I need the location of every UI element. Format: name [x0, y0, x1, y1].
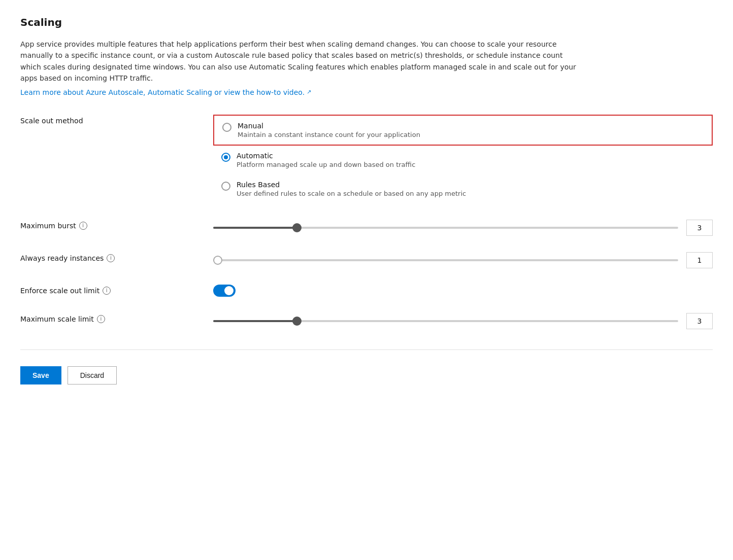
maximum-scale-limit-slider-fill: [213, 320, 297, 322]
learn-more-link[interactable]: Learn more about Azure Autoscale, Automa…: [20, 88, 311, 96]
always-ready-instances-value[interactable]: 1: [686, 252, 713, 268]
always-ready-instances-label: Always ready instances i: [20, 252, 213, 262]
discard-button[interactable]: Discard: [68, 366, 117, 384]
page-description: App service provides multiple features t…: [20, 39, 579, 84]
radio-option-automatic[interactable]: Automatic Platform managed scale up and …: [213, 146, 713, 174]
maximum-scale-limit-info-icon[interactable]: i: [97, 315, 105, 323]
save-button[interactable]: Save: [20, 366, 61, 384]
maximum-scale-limit-control: 3: [213, 313, 713, 329]
maximum-burst-info-icon[interactable]: i: [79, 222, 87, 230]
radio-text-rules-based: Rules Based User defined rules to scale …: [237, 181, 466, 197]
maximum-scale-limit-row: Maximum scale limit i 3: [20, 313, 713, 329]
maximum-burst-slider-track[interactable]: [213, 227, 678, 229]
maximum-scale-limit-label: Maximum scale limit i: [20, 313, 213, 323]
radio-group: Manual Maintain a constant instance coun…: [213, 115, 713, 203]
maximum-burst-label: Maximum burst i: [20, 220, 213, 230]
enforce-scale-out-limit-control: [213, 285, 713, 297]
enforce-scale-out-limit-label: Enforce scale out limit i: [20, 285, 213, 295]
always-ready-instances-info-icon[interactable]: i: [107, 254, 115, 262]
radio-text-manual: Manual Maintain a constant instance coun…: [238, 122, 420, 138]
learn-more-text: Learn more about Azure Autoscale, Automa…: [20, 88, 305, 96]
radio-desc-rules-based: User defined rules to scale on a schedul…: [237, 190, 466, 197]
radio-desc-automatic: Platform managed scale up and down based…: [237, 161, 415, 168]
enforce-scale-out-limit-toggle[interactable]: [213, 285, 236, 297]
enforce-scale-out-limit-info-icon[interactable]: i: [103, 287, 111, 295]
radio-input-rules-based[interactable]: [221, 182, 230, 191]
maximum-burst-value[interactable]: 3: [686, 220, 713, 236]
always-ready-instances-control: 1: [213, 252, 713, 268]
radio-input-automatic[interactable]: [221, 153, 230, 162]
radio-label-manual: Manual: [238, 122, 420, 130]
radio-option-manual[interactable]: Manual Maintain a constant instance coun…: [213, 115, 713, 146]
radio-input-manual[interactable]: [222, 123, 231, 132]
maximum-scale-limit-value[interactable]: 3: [686, 313, 713, 329]
maximum-burst-control: 3: [213, 220, 713, 236]
scale-out-method-label: Scale out method: [20, 115, 213, 125]
maximum-burst-slider-fill: [213, 227, 297, 229]
always-ready-instances-row: Always ready instances i 1: [20, 252, 713, 268]
page-title: Scaling: [20, 16, 713, 28]
maximum-scale-limit-slider-track[interactable]: [213, 320, 678, 322]
toggle-knob: [224, 286, 234, 295]
radio-label-rules-based: Rules Based: [237, 181, 466, 189]
radio-text-automatic: Automatic Platform managed scale up and …: [237, 152, 415, 168]
maximum-scale-limit-slider-thumb[interactable]: [292, 317, 302, 326]
maximum-burst-slider-thumb[interactable]: [292, 223, 302, 232]
always-ready-instances-slider-thumb[interactable]: [213, 256, 222, 265]
radio-label-automatic: Automatic: [237, 152, 415, 160]
footer-buttons: Save Discard: [20, 366, 713, 384]
enforce-scale-out-limit-row: Enforce scale out limit i: [20, 285, 713, 297]
footer-divider: [20, 349, 713, 350]
maximum-burst-row: Maximum burst i 3: [20, 220, 713, 236]
external-link-icon: ↗: [307, 89, 311, 95]
always-ready-instances-slider-track[interactable]: [213, 259, 678, 261]
scale-options-group: Manual Maintain a constant instance coun…: [213, 115, 713, 203]
radio-option-rules-based[interactable]: Rules Based User defined rules to scale …: [213, 174, 713, 203]
radio-desc-manual: Maintain a constant instance count for y…: [238, 131, 420, 138]
scale-out-method-row: Scale out method Manual Maintain a const…: [20, 115, 713, 203]
